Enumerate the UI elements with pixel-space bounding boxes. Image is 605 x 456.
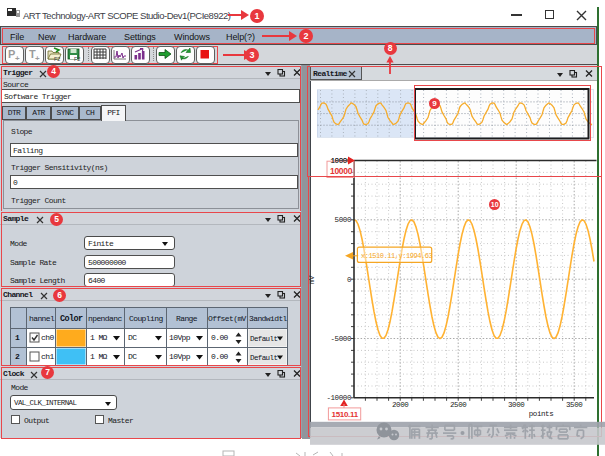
svg-text:0.00: 0.00: [211, 333, 229, 342]
svg-text:Default: Default: [250, 335, 277, 343]
svg-text:Offset(mV: Offset(mV: [208, 314, 247, 323]
svg-text:DC: DC: [128, 352, 137, 361]
svg-text:npendanc: npendanc: [88, 314, 122, 323]
svg-text:F2: F2: [54, 56, 60, 62]
svg-text:10Vpp: 10Vpp: [169, 333, 191, 342]
svg-text:Default: Default: [250, 354, 277, 362]
svg-text:0.00: 0.00: [211, 352, 229, 361]
svg-text:1 MΩ: 1 MΩ: [90, 333, 108, 342]
svg-text:hannel: hannel: [29, 314, 55, 323]
svg-text:+: +: [35, 54, 40, 62]
svg-text:DC: DC: [128, 333, 137, 342]
svg-text:Color: Color: [60, 314, 83, 324]
svg-text:ch1: ch1: [41, 352, 54, 361]
svg-text:Coupling: Coupling: [129, 314, 163, 323]
svg-text:Range: Range: [176, 314, 198, 323]
svg-text:ch0: ch0: [41, 333, 54, 342]
svg-text:F2: F2: [74, 56, 80, 62]
svg-text:+: +: [15, 54, 20, 62]
svg-text:10Vpp: 10Vpp: [169, 352, 191, 361]
svg-text:1 MΩ: 1 MΩ: [90, 352, 108, 361]
svg-text:3andwidtl: 3andwidtl: [249, 314, 288, 323]
